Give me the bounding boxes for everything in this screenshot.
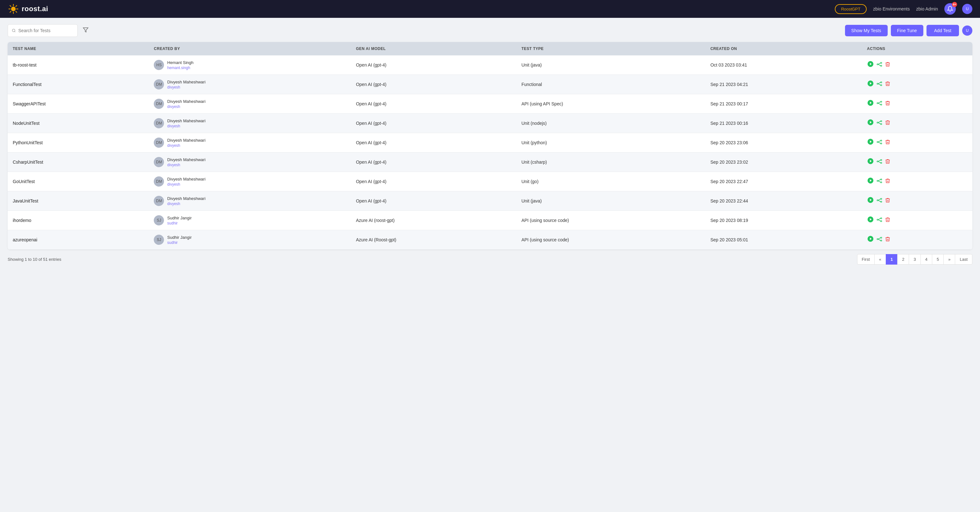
toolbar-user-avatar[interactable]: U [962,25,972,36]
action-delete-button[interactable] [885,120,891,127]
creator-link[interactable]: sudhir [167,221,192,226]
action-tree-button[interactable] [877,100,882,108]
creator-link[interactable]: divyesh [167,163,205,167]
svg-line-10 [14,31,15,32]
action-run-button[interactable] [867,80,874,89]
action-run-button[interactable] [867,235,874,244]
svg-line-46 [878,142,881,144]
filter-button[interactable] [81,26,90,36]
environments-link[interactable]: zbio Environments [873,6,910,11]
svg-rect-71 [881,218,882,219]
action-run-button[interactable] [867,99,874,108]
user-avatar[interactable]: U [962,4,972,14]
creator-name: Divyesh Maheshwari [167,177,205,181]
action-run-button[interactable] [867,119,874,128]
creator-avatar: DM [154,196,164,206]
notification-bell[interactable]: 6+ [944,3,956,15]
action-delete-button[interactable] [885,100,891,108]
svg-line-38 [878,121,881,122]
creator-link[interactable]: divyesh [167,182,205,187]
cell-gen-ai-model: Azure AI (Roost-gpt) [351,230,516,250]
action-delete-button[interactable] [885,197,891,205]
action-delete-button[interactable] [885,81,891,88]
tree-icon [877,236,882,242]
trash-icon [885,159,891,164]
action-tree-button[interactable] [877,178,882,185]
action-tree-button[interactable] [877,197,882,205]
cell-created-by: HS Hemant Singh hemant.singh [149,56,351,75]
add-test-button[interactable]: Add Test [926,25,959,36]
action-tree-button[interactable] [877,139,882,146]
creator-avatar: SJ [154,215,164,226]
col-test-name: TEST NAME [8,42,149,56]
table-row: PythonUnitTest DM Divyesh Maheshwari div… [8,133,972,153]
cell-test-type: Functional [516,75,706,94]
svg-line-80 [878,237,881,239]
cell-created-on: Sep 20 2023 22:47 [705,172,862,191]
cell-created-on: Sep 21 2023 04:21 [705,75,862,94]
pagination-page[interactable]: 4 [920,254,932,265]
action-tree-button[interactable] [877,62,882,69]
search-input[interactable] [19,28,73,33]
tree-icon [877,62,882,67]
creator-link[interactable]: divyesh [167,85,205,89]
cell-gen-ai-model: Azure AI (roost-gpt) [351,211,516,230]
action-run-button[interactable] [867,60,874,69]
svg-line-53 [878,161,881,163]
action-run-button[interactable] [867,216,874,225]
creator-name: Divyesh Maheshwari [167,196,205,201]
cell-test-type: Unit (csharp) [516,153,706,172]
pagination-next[interactable]: » [943,254,955,265]
roostgpt-button[interactable]: RoostGPT [835,4,867,14]
action-tree-button[interactable] [877,81,882,88]
svg-rect-28 [877,103,878,103]
svg-rect-49 [877,161,878,162]
creator-link[interactable]: divyesh [167,124,205,128]
action-delete-button[interactable] [885,236,891,243]
filter-icon [83,27,89,33]
creator-link[interactable]: sudhir [167,240,192,245]
action-tree-button[interactable] [877,159,882,166]
fine-tune-button[interactable]: Fine Tune [891,25,923,36]
action-run-button[interactable] [867,177,874,186]
svg-line-39 [878,122,881,124]
tree-icon [877,120,882,126]
play-icon [867,138,874,145]
action-delete-button[interactable] [885,159,891,166]
action-tree-button[interactable] [877,236,882,243]
tests-table: TEST NAME CREATED BY GEN AI MODEL TEST T… [8,42,972,250]
action-run-button[interactable] [867,138,874,147]
action-tree-button[interactable] [877,120,882,127]
pagination-first[interactable]: First [857,254,875,265]
table-row: NodeUnitTest DM Divyesh Maheshwari divye… [8,114,972,133]
pagination-page[interactable]: 5 [932,254,944,265]
creator-link[interactable]: hemant.singh [167,65,193,70]
pagination-prev[interactable]: « [874,254,886,265]
action-delete-button[interactable] [885,62,891,69]
action-delete-button[interactable] [885,139,891,146]
cell-created-by: DM Divyesh Maheshwari divyesh [149,172,351,191]
cell-created-by: DM Divyesh Maheshwari divyesh [149,75,351,94]
creator-avatar: SJ [154,235,164,245]
trash-icon [885,100,891,106]
pagination-last[interactable]: Last [955,254,972,265]
show-my-tests-button[interactable]: Show My Tests [845,25,888,36]
action-delete-button[interactable] [885,178,891,185]
svg-rect-29 [881,101,882,102]
svg-line-74 [878,220,881,221]
creator-link[interactable]: divyesh [167,143,205,148]
action-run-button[interactable] [867,196,874,205]
action-tree-button[interactable] [877,217,882,224]
cell-created-on: Sep 20 2023 08:19 [705,211,862,230]
pagination-page[interactable]: 1 [886,254,897,265]
col-test-type: TEST TYPE [516,42,706,56]
pagination-page[interactable]: 3 [909,254,920,265]
toolbar-right: Show My Tests Fine Tune Add Test U [845,25,972,36]
action-run-button[interactable] [867,157,874,167]
logo[interactable]: roost.ai [8,3,48,15]
creator-link[interactable]: divyesh [167,202,205,206]
creator-link[interactable]: divyesh [167,105,205,109]
action-delete-button[interactable] [885,217,891,224]
admin-link[interactable]: zbio Admin [916,6,938,11]
pagination-page[interactable]: 2 [897,254,909,265]
